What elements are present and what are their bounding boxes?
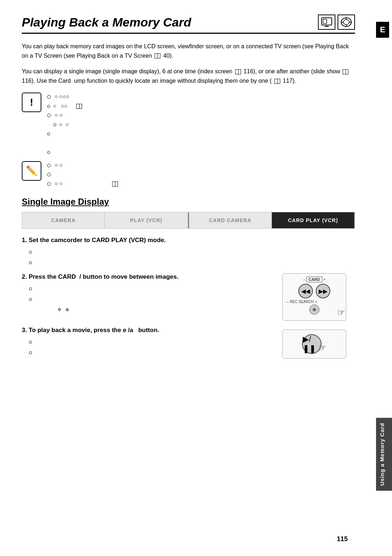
hand-pointer-2: ☞ [319,343,327,353]
warning-icon: ! [22,93,41,112]
pencil-note-section: ✏️ ○ ○ ○ ○ [22,160,355,188]
book-icon-4 [274,79,280,84]
play-button-box: ▶/❚❚ ☞ [282,330,346,359]
paragraph-2: You can display a single image (single i… [22,67,355,85]
tab-card-play-vcr[interactable]: CARD PLAY (VCR) [272,212,355,228]
memory-card-icon [340,17,352,28]
tab-card-camera[interactable]: CARD CAMERA [189,212,272,228]
page-title: Playing Back a Memory Card [22,15,191,29]
bullet-7 [47,164,51,167]
book-icon-5 [76,104,82,109]
step-1: 1. Set the camcorder to CARD PLAY (VCR) … [22,237,355,267]
mode-tabs: CAMERA PLAY (VCR) CARD CAMERA CARD PLAY … [22,212,355,229]
bullet-1 [47,95,51,99]
card-diagram-box: – CARD + ◀◀ ▶▶ – REC SEARCH + [282,273,346,321]
recsearch-label: – REC SEARCH + [286,300,342,304]
svg-rect-3 [323,19,327,24]
fastforward-button[interactable]: ▶▶ [316,284,330,298]
svg-point-5 [343,20,349,25]
step-3-content: 3. To play back a movie, press the e /a … [22,327,355,359]
step-1-heading: 1. Set the camcorder to CARD PLAY (VCR) … [22,237,355,244]
bullet-8 [47,173,51,176]
sidebar-vertical-label: Using a Memory Card [376,418,392,491]
e-tab: E [376,22,389,38]
step-3: 3. To play back a movie, press the e /a … [22,327,355,359]
main-content: Playing Back a Memory Card [0,0,373,556]
bullet-9 [47,182,51,186]
paragraph-1: You can play back memory card images on … [22,42,355,60]
btn-row-1: ◀◀ ▶▶ [286,284,342,298]
step-2: 2. Press the CARD / button to move betwe… [22,273,355,321]
bullet-2 [47,105,50,108]
tab-play-vcr[interactable]: PLAY (VCR) [105,212,188,228]
bullet-6 [47,151,50,154]
book-icon-6 [112,181,118,187]
tab-camera[interactable]: CAMERA [22,212,105,228]
step-2-text: 2. Press the CARD / button to move betwe… [22,273,275,315]
step-2-bullet-2 [29,294,275,304]
page-header: Playing Back a Memory Card [22,15,355,34]
step-2-diagram: – CARD + ◀◀ ▶▶ – REC SEARCH + [282,273,355,321]
header-icons [318,15,355,30]
bullet-4 [53,123,56,126]
step-3-diagram: ▶/❚❚ ☞ [282,327,355,359]
warning-content: ○ ○○○ ○ ○○ ○ ○ ○ ○ [47,92,83,157]
step-2-heading: 2. Press the CARD / button to move betwe… [22,273,275,281]
bullet-5 [47,132,50,135]
page-wrapper: Playing Back a Memory Card [0,0,392,556]
warning-note-section: ! ○ ○○○ ○ ○○ ○ ○ [22,92,355,157]
memory-card-icon-box [338,15,355,30]
book-icon-2 [235,69,241,74]
step-3-text: 3. To play back a movie, press the e /a … [22,327,275,357]
step-3-heading: 3. To play back a movie, press the e /a … [22,327,275,334]
card-badge: CARD [306,277,322,282]
section-heading: Single Image Display [22,197,355,207]
book-icon-1 [155,53,160,58]
book-icon-3 [343,69,348,74]
rewind-button[interactable]: ◀◀ [298,284,313,298]
step-3-bullet-2 [29,347,275,358]
step-3-bullet-1 [29,337,275,347]
step-2-bullet-1 [29,283,275,294]
step-1-bullet-1 [29,247,355,257]
step-2-content: 2. Press the CARD / button to move betwe… [22,273,355,321]
ea-label: e a [58,306,69,312]
step-1-bullet-2 [29,257,355,268]
pencil-icon: ✏️ [22,161,41,181]
pencil-content: ○ ○ ○ ○ [47,160,119,188]
page-number: 115 [337,535,348,543]
screen-icon [321,17,332,27]
card-label-minus-plus: – CARD + [286,277,342,282]
bullet-3 [47,114,51,117]
camera-icon-box [318,15,335,30]
